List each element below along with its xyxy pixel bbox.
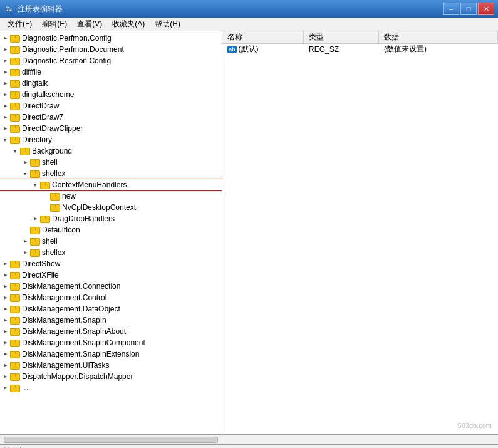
menu-item-帮助(H)[interactable]: 帮助(H) xyxy=(150,18,185,31)
folder-icon xyxy=(10,34,20,43)
close-button[interactable]: ✕ xyxy=(478,3,494,15)
tree-item[interactable]: DragDropHandlers xyxy=(0,213,222,224)
registry-tree[interactable]: Diagnostic.Perfmon.ConfigDiagnostic.Perf… xyxy=(0,31,222,434)
data-header: 名称 类型 数据 xyxy=(222,31,498,44)
tree-item[interactable]: Diagnostic.Perfmon.Document xyxy=(0,44,222,55)
folder-icon xyxy=(10,316,20,325)
tree-item[interactable]: shell xyxy=(0,157,222,168)
tree-item-label: Directory xyxy=(22,135,52,144)
expand-button[interactable] xyxy=(0,33,10,43)
tree-item[interactable]: DiskManagement.SnapInComponent xyxy=(0,337,222,348)
expand-button[interactable] xyxy=(0,315,10,325)
tree-item[interactable]: DefaultIcon xyxy=(0,224,222,236)
tree-item[interactable]: DirectShow xyxy=(0,258,222,269)
tree-item[interactable]: DirectDrawClipper xyxy=(0,123,222,134)
tree-item[interactable]: DiskManagement.SnapIn xyxy=(0,315,222,326)
expand-button[interactable] xyxy=(0,326,10,336)
folder-icon xyxy=(10,124,20,133)
expand-button[interactable] xyxy=(30,214,40,224)
expand-button[interactable] xyxy=(0,360,10,370)
expand-button[interactable] xyxy=(0,101,10,111)
maximize-button[interactable]: □ xyxy=(460,3,477,15)
data-row[interactable]: ab(默认)REG_SZ(数值未设置) xyxy=(222,44,498,55)
expand-button[interactable] xyxy=(0,259,10,269)
tree-item[interactable]: DiskManagement.SnapInAbout xyxy=(0,326,222,337)
tree-item-label: ContextMenuHandlers xyxy=(52,180,127,189)
tree-item[interactable]: DiskManagement.SnapInExtension xyxy=(0,348,222,360)
tree-item-label: DragDropHandlers xyxy=(52,214,115,223)
tree-item[interactable]: difffile xyxy=(0,66,222,78)
expand-button[interactable] xyxy=(0,123,10,133)
expand-button[interactable] xyxy=(0,281,10,291)
folder-icon xyxy=(10,383,20,392)
expand-button[interactable] xyxy=(30,180,40,190)
tree-item[interactable]: dingtalk xyxy=(0,78,222,89)
tree-item[interactable]: shellex xyxy=(0,247,222,258)
expand-button[interactable] xyxy=(0,304,10,314)
tree-item[interactable]: Background xyxy=(0,145,222,157)
expand-button[interactable] xyxy=(20,169,30,179)
tree-item[interactable]: ... xyxy=(0,382,222,393)
tree-item[interactable]: dingtalkscheme xyxy=(0,89,222,100)
tree-item[interactable]: Directory xyxy=(0,134,222,145)
tree-item-label: ... xyxy=(22,383,28,392)
folder-icon xyxy=(30,248,40,257)
tree-item-label: DispatchMapper.DispatchMapper xyxy=(22,372,133,381)
folder-icon xyxy=(30,169,40,178)
expand-button[interactable] xyxy=(0,293,10,303)
menu-item-查看(V)[interactable]: 查看(V) xyxy=(72,18,107,31)
expand-button[interactable] xyxy=(0,44,10,55)
tree-item[interactable]: DispatchMapper.DispatchMapper xyxy=(0,371,222,382)
tree-item[interactable]: shellex xyxy=(0,168,222,179)
watermark: 583go.com xyxy=(458,422,492,429)
tree-item[interactable]: DiskManagement.DataObject xyxy=(0,303,222,315)
tree-container: Diagnostic.Perfmon.ConfigDiagnostic.Perf… xyxy=(0,31,222,395)
tree-item[interactable]: shell xyxy=(0,236,222,247)
menu-item-收藏夹(A)[interactable]: 收藏夹(A) xyxy=(107,18,150,31)
tree-item[interactable]: DirectDraw xyxy=(0,100,222,112)
expand-button[interactable] xyxy=(0,270,10,280)
title-bar: 🗂 注册表编辑器 – □ ✕ xyxy=(0,0,498,18)
minimize-button[interactable]: – xyxy=(443,3,459,15)
expand-button[interactable] xyxy=(0,78,10,88)
expand-button[interactable] xyxy=(20,157,30,167)
window-controls: – □ ✕ xyxy=(443,3,494,15)
folder-icon xyxy=(10,271,20,279)
tree-item[interactable]: Diagnostic.Perfmon.Config xyxy=(0,33,222,44)
expand-button[interactable] xyxy=(0,338,10,348)
tree-item[interactable]: DiskManagement.Connection xyxy=(0,281,222,292)
tree-item[interactable]: ContextMenuHandlers xyxy=(0,179,222,190)
expand-button[interactable] xyxy=(0,112,10,122)
tree-item[interactable]: DiskManagement.UITasks xyxy=(0,360,222,371)
menu-item-文件(F)[interactable]: 文件(F) xyxy=(3,18,37,31)
tree-item[interactable]: NvCplDesktopContext xyxy=(0,202,222,213)
tree-item[interactable]: DiskManagement.Control xyxy=(0,292,222,303)
expand-button[interactable] xyxy=(0,90,10,100)
expand-button[interactable] xyxy=(0,67,10,77)
h-scroll-left xyxy=(0,435,222,444)
expand-button[interactable] xyxy=(0,56,10,66)
expand-button[interactable] xyxy=(0,135,10,145)
tree-item[interactable]: new xyxy=(0,190,222,202)
h-scroll-track[interactable] xyxy=(4,437,218,443)
expand-button[interactable] xyxy=(20,236,30,246)
folder-icon xyxy=(40,214,50,223)
tree-item[interactable]: DirectDraw7 xyxy=(0,112,222,123)
expand-button[interactable] xyxy=(0,349,10,359)
folder-icon xyxy=(10,45,20,54)
data-cell-type: REG_SZ xyxy=(304,44,379,55)
menu-item-编辑(E)[interactable]: 编辑(E) xyxy=(37,18,72,31)
expand-button[interactable] xyxy=(0,372,10,382)
tree-item[interactable]: Diagnostic.Resmon.Config xyxy=(0,55,222,66)
tree-item-label: shellex xyxy=(42,248,65,257)
expand-button[interactable] xyxy=(10,146,20,156)
app-title: 注册表编辑器 xyxy=(18,4,63,14)
main-layout: Diagnostic.Perfmon.ConfigDiagnostic.Perf… xyxy=(0,31,498,434)
tree-item-label: NvCplDesktopContext xyxy=(62,203,136,212)
folder-icon xyxy=(10,113,20,122)
expand-button[interactable] xyxy=(0,383,10,393)
tree-item[interactable]: DirectXFile xyxy=(0,269,222,281)
expand-button[interactable] xyxy=(20,247,30,258)
folder-icon xyxy=(10,68,20,76)
data-cell-name: ab(默认) xyxy=(222,43,304,55)
